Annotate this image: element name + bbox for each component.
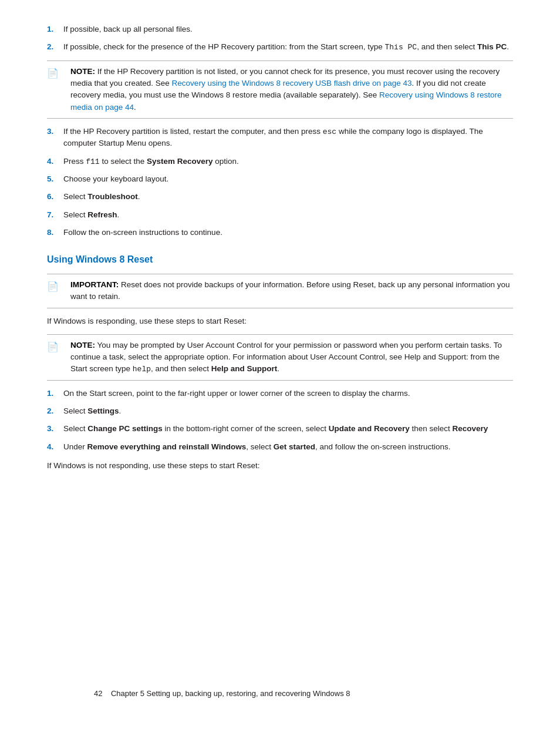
step-list-1: 1. If possible, back up all personal fil… (47, 23, 513, 53)
responding-text: If Windows is responding, use these step… (47, 315, 513, 327)
step-1-content: If possible, back up all personal files. (63, 23, 513, 35)
important-label: IMPORTANT: (70, 280, 119, 289)
footer: 42 Chapter 5 Setting up, backing up, res… (94, 670, 466, 700)
note2-text-end: . (277, 364, 279, 373)
step-5-content: Choose your keyboard layout. (63, 173, 513, 185)
important-box: 📄 IMPORTANT: Reset does not provide back… (47, 274, 513, 308)
s2-step-2: 2. Select Settings. (47, 405, 513, 417)
important-icon: 📄 (47, 280, 68, 294)
step-2-num: 2. (47, 41, 63, 53)
bold-recovery: Recovery (453, 424, 488, 433)
s2-step-3: 3. Select Change PC settings in the bott… (47, 423, 513, 435)
s2-step-1-content: On the Start screen, point to the far-ri… (63, 388, 513, 399)
code-f11: f11 (86, 157, 99, 166)
note-box-2: 📄 NOTE: You may be prompted by User Acco… (47, 334, 513, 381)
s2-step-1: 1. On the Start screen, point to the far… (47, 388, 513, 399)
code-help: help (133, 365, 151, 374)
step-list-2: 1. On the Start screen, point to the far… (47, 388, 513, 453)
note-box-1: 📄 NOTE: If the HP Recovery partition is … (47, 61, 513, 119)
s2-step-4-content: Under Remove everything and reinstall Wi… (63, 441, 513, 453)
step-6-content: Select Troubleshoot. (63, 191, 513, 203)
bold-settings: Settings (87, 406, 119, 415)
step-1-num: 1. (47, 23, 63, 35)
step-7: 7. Select Refresh. (47, 209, 513, 221)
s2-step-2-content: Select Settings. (63, 405, 513, 417)
footer-page-num: 42 (94, 689, 102, 698)
bold-get-started: Get started (274, 442, 315, 451)
page-content: 1. If possible, back up all personal fil… (47, 23, 513, 723)
note-icon-1: 📄 (47, 66, 68, 80)
bold-this-pc: This PC (477, 42, 507, 51)
step-7-content: Select Refresh. (63, 209, 513, 221)
s2-step-4: 4. Under Remove everything and reinstall… (47, 441, 513, 453)
bold-help-support: Help and Support (211, 364, 278, 373)
step-3: 3. If the HP Recovery partition is liste… (47, 126, 513, 150)
code-esc: esc (323, 127, 336, 136)
bold-change-pc: Change PC settings (87, 424, 163, 433)
s2-step-1-num: 1. (47, 388, 63, 399)
note-label-2: NOTE: (70, 341, 95, 350)
step-8: 8. Follow the on-screen instructions to … (47, 227, 513, 238)
bold-update-recovery: Update and Recovery (329, 424, 410, 433)
step-6-num: 6. (47, 191, 63, 203)
footer-chapter-text: Chapter 5 Setting up, backing up, restor… (111, 689, 350, 698)
step-1: 1. If possible, back up all personal fil… (47, 23, 513, 35)
note-text-3: . (134, 103, 136, 112)
note-content-2: NOTE: You may be prompted by User Accoun… (70, 340, 513, 375)
step-4-num: 4. (47, 156, 63, 167)
note-content-1: NOTE: If the HP Recovery partition is no… (70, 66, 513, 113)
step-7-num: 7. (47, 209, 63, 221)
section-2-title: Using Windows 8 Reset (47, 253, 513, 267)
s2-step-3-content: Select Change PC settings in the bottom-… (63, 423, 513, 435)
step-4: 4. Press f11 to select the System Recove… (47, 156, 513, 168)
step-3-content: If the HP Recovery partition is listed, … (63, 126, 513, 150)
important-content: IMPORTANT: Reset does not provide backup… (70, 279, 513, 303)
bold-troubleshoot: Troubleshoot (87, 192, 138, 201)
step-5-num: 5. (47, 173, 63, 185)
note-icon-2: 📄 (47, 340, 68, 354)
s2-step-2-num: 2. (47, 405, 63, 417)
not-responding-text: If Windows is not responding, use these … (47, 460, 513, 472)
step-3-num: 3. (47, 126, 63, 137)
s2-step-3-num: 3. (47, 423, 63, 435)
step-6: 6. Select Troubleshoot. (47, 191, 513, 203)
bold-remove-everything: Remove everything and reinstall Windows (87, 442, 247, 451)
step-2: 2. If possible, check for the presence o… (47, 41, 513, 53)
bold-refresh: Refresh (87, 210, 117, 219)
note-link-1[interactable]: Recovery using the Windows 8 recovery US… (172, 79, 412, 88)
bold-system-recovery: System Recovery (147, 157, 213, 166)
step-5: 5. Choose your keyboard layout. (47, 173, 513, 185)
note2-text-mid: , and then select (151, 364, 211, 373)
note-label-1: NOTE: (70, 67, 95, 76)
step-2-content: If possible, check for the presence of t… (63, 41, 513, 53)
s2-step-4-num: 4. (47, 441, 63, 453)
step-4-content: Press f11 to select the System Recovery … (63, 156, 513, 168)
code-this-pc: This PC (385, 43, 417, 52)
step-list-1b: 3. If the HP Recovery partition is liste… (47, 126, 513, 238)
step-8-num: 8. (47, 227, 63, 238)
step-8-content: Follow the on-screen instructions to con… (63, 227, 513, 238)
important-text: Reset does not provide backups of your i… (70, 280, 510, 301)
